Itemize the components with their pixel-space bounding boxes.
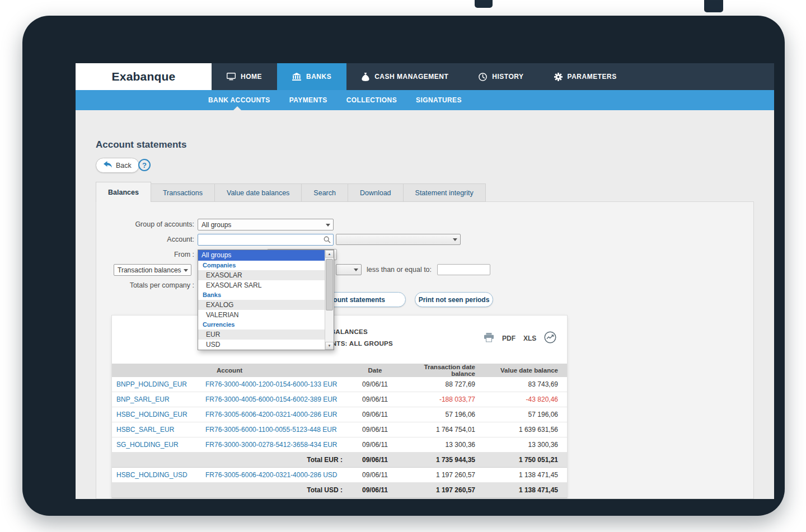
account-iban-link[interactable]: FR76-3005-6000-1100-0055-5123-448 EUR — [200, 426, 347, 434]
export-toolbar: PDF XLS — [484, 331, 556, 346]
amount-field[interactable] — [438, 265, 490, 275]
account-iban-link[interactable]: FR76-3005-6006-4200-0321-4000-286 EUR — [200, 411, 347, 418]
account-iban-link[interactable]: FR76-3000-4005-6000-0154-6002-389 EUR — [200, 396, 347, 403]
amount-input[interactable] — [437, 264, 490, 275]
dropdown-scrollbar[interactable]: ▲ ▼ — [325, 250, 334, 350]
account-name-link[interactable]: BNP_SARL_EUR — [112, 396, 200, 403]
header-account: Account — [112, 367, 347, 374]
account-label: Account: — [96, 236, 194, 243]
nav-item-label: BANKS — [306, 73, 331, 81]
nav-item-cash-management[interactable]: CASH MANAGEMENT — [346, 63, 463, 90]
header-date: Date — [347, 367, 403, 374]
dropdown-option-exasolar[interactable]: EXASOLAR — [198, 270, 325, 280]
tab-transactions[interactable]: Transactions — [151, 183, 215, 202]
back-button[interactable]: Back — [96, 158, 139, 173]
scroll-up-icon[interactable]: ▲ — [325, 250, 334, 258]
row-transaction-balance: 57 196,06 — [403, 411, 479, 418]
row-date: 09/06/11 — [347, 441, 403, 449]
logo[interactable]: Exabanque — [76, 63, 212, 90]
total-date: 09/06/11 — [347, 486, 403, 494]
dropdown-option-eur[interactable]: EUR — [198, 329, 325, 340]
help-button[interactable]: ? — [138, 159, 151, 171]
table-row: HSBC_HOLDING_USD FR76-3005-6006-4200-032… — [112, 468, 567, 483]
subnav-item-payments[interactable]: PAYMENTS — [280, 90, 337, 110]
group-of-accounts-select[interactable]: All groups — [198, 219, 334, 230]
tab-label: Download — [360, 189, 391, 197]
row-transaction-balance: 1 197 260,57 — [403, 471, 479, 479]
tab-download[interactable]: Download — [348, 183, 404, 202]
nav-item-banks[interactable]: BANKS — [277, 63, 346, 90]
row-date: 09/06/11 — [347, 426, 403, 434]
bank-icon — [292, 73, 301, 81]
nav-item-parameters[interactable]: PARAMETERS — [539, 63, 632, 90]
account-name-link[interactable]: SG_HOLDING_EUR — [112, 441, 200, 449]
balance-type-select[interactable]: Transaction balances — [114, 264, 191, 276]
account-iban-link[interactable]: FR76-3000-4000-1200-0154-6000-133 EUR — [200, 380, 347, 388]
nav-item-history[interactable]: HISTORY — [463, 63, 538, 90]
active-subnav-caret-icon — [233, 106, 241, 110]
account-iban-link[interactable]: FR76-3005-6006-4200-0321-4000-286 USD — [200, 471, 347, 479]
tab-label: Search — [313, 189, 336, 197]
dropdown-options: All groups Companies EXASOLAR EXASOLAR S… — [198, 250, 325, 350]
table-row: BNPP_HOLDING_EUR FR76-3000-4000-1200-015… — [112, 377, 567, 392]
scrollbar-thumb[interactable] — [326, 259, 333, 310]
tab-label: Value date balances — [227, 189, 289, 197]
row-value-balance: 1 138 471,45 — [479, 471, 567, 479]
tab-balances[interactable]: Balances — [96, 182, 151, 202]
export-pdf-button[interactable]: PDF — [502, 335, 516, 342]
tab-label: Statement integrity — [415, 189, 474, 197]
row-transaction-balance: -188 033,77 — [403, 396, 479, 403]
row-value-balance: -43 820,46 — [479, 396, 567, 403]
from-label: From : — [96, 251, 194, 258]
printer-icon[interactable] — [484, 333, 494, 345]
account-name-link[interactable]: HSBC_SARL_EUR — [112, 426, 200, 434]
subnav-item-collections[interactable]: COLLECTIONS — [337, 90, 406, 110]
tab-statement-integrity[interactable]: Statement integrity — [404, 183, 486, 202]
back-label: Back — [116, 162, 132, 170]
dropdown-option-exalog[interactable]: EXALOG — [198, 300, 325, 310]
account-iban-link[interactable]: FR76-3000-3000-0278-5412-3658-434 EUR — [200, 441, 347, 449]
table-header-row: Account Date Transaction date balance Va… — [112, 364, 567, 377]
background-shape — [704, 0, 723, 12]
tab-search[interactable]: Search — [302, 183, 348, 202]
account-name-link[interactable]: HSBC_HOLDING_EUR — [112, 411, 200, 418]
less-than-label: less than or equal to: — [367, 266, 432, 274]
group-of-accounts-label: Group of accounts: — [96, 220, 194, 228]
subnav-label: PAYMENTS — [289, 96, 327, 104]
print-not-seen-periods-button[interactable]: Print not seen periods — [415, 292, 493, 307]
chevron-down-icon — [453, 238, 457, 241]
total-date: 09/06/11 — [347, 456, 403, 464]
row-transaction-balance: 88 727,69 — [403, 380, 479, 388]
subnav-item-signatures[interactable]: SIGNATURES — [406, 90, 471, 110]
account-name-link[interactable]: BNPP_HOLDING_EUR — [112, 380, 200, 388]
subnav-label: BANK ACCOUNTS — [208, 96, 270, 104]
dropdown-option-exasolar-sarl[interactable]: EXASOLAR SARL — [198, 280, 325, 290]
header-transaction-date-balance: Transaction date balance — [403, 364, 479, 377]
row-transaction-balance: 1 764 754,01 — [403, 426, 479, 434]
export-xls-button[interactable]: XLS — [523, 335, 536, 342]
operator-select[interactable] — [336, 264, 362, 275]
group-select-value: All groups — [202, 221, 231, 229]
dropdown-option-all-groups[interactable]: All groups — [198, 250, 325, 261]
total-eur-row: Total EUR : 09/06/11 1 735 944,35 1 750 … — [112, 453, 567, 468]
table-row: HSBC_SARL_EUR FR76-3005-6000-1100-0055-5… — [112, 422, 567, 437]
balance-type-value: Transaction balances — [118, 266, 181, 274]
total-value-balance: 1 750 051,21 — [479, 456, 567, 464]
dropdown-option-valerian[interactable]: VALERIAN — [198, 310, 325, 320]
chart-icon[interactable] — [544, 331, 556, 346]
total-transaction-balance: 1 197 260,57 — [403, 486, 479, 494]
account-search-combobox[interactable] — [198, 234, 334, 246]
help-label: ? — [142, 161, 147, 170]
dropdown-option-usd[interactable]: USD — [198, 340, 325, 350]
account-name-link[interactable]: HSBC_HOLDING_USD — [112, 471, 200, 479]
chevron-down-icon — [326, 224, 330, 227]
nav-item-home[interactable]: HOME — [212, 63, 277, 90]
account-secondary-select[interactable] — [336, 234, 461, 245]
total-label: Total USD : — [112, 486, 347, 494]
row-date: 09/06/11 — [347, 471, 403, 479]
search-icon — [324, 236, 331, 243]
account-search-input[interactable] — [198, 235, 324, 244]
row-date: 09/06/11 — [347, 396, 403, 403]
tab-value-date-balances[interactable]: Value date balances — [215, 183, 302, 202]
scroll-down-icon[interactable]: ▼ — [325, 342, 334, 350]
